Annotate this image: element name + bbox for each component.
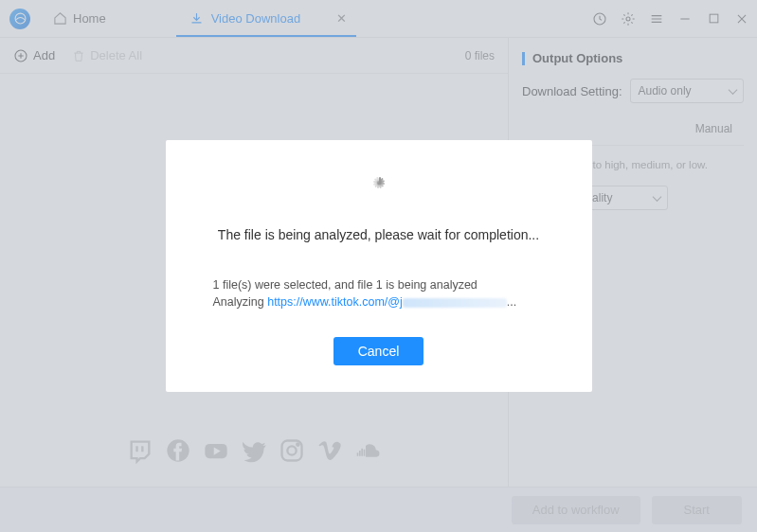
modal-title: The file is being analyzed, please wait … (218, 227, 539, 242)
spinner-icon (367, 174, 391, 199)
modal-analyzing-line: Analyzing https://www.tiktok.com/@j... (213, 295, 517, 309)
modal-status-line: 1 file(s) were selected, and file 1 is b… (213, 278, 478, 292)
analyzing-url[interactable]: https://www.tiktok.com/@j (267, 295, 403, 309)
redacted-url-segment (403, 298, 507, 308)
cancel-button[interactable]: Cancel (333, 337, 424, 365)
modal-overlay: The file is being analyzed, please wait … (0, 0, 757, 532)
analyzing-modal: The file is being analyzed, please wait … (166, 140, 592, 392)
